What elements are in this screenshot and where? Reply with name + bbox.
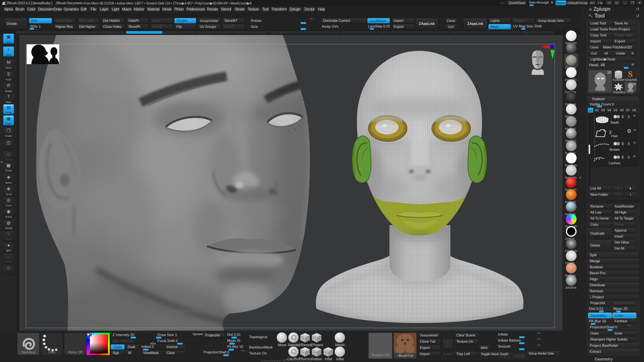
svg-text:S: S <box>628 70 632 79</box>
